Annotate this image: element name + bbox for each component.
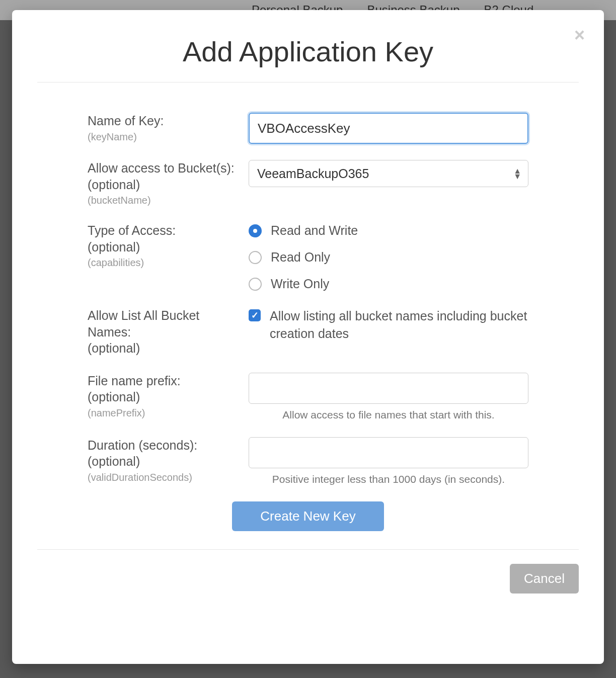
radio-icon bbox=[249, 224, 262, 237]
label-text: Duration (seconds): bbox=[88, 437, 243, 454]
checkbox-label: Allow listing all bucket names including… bbox=[270, 307, 528, 343]
add-application-key-modal: × Add Application Key Name of Key: (keyN… bbox=[12, 10, 604, 664]
label-text: Allow access to Bucket(s): bbox=[88, 160, 243, 177]
prefix-help: Allow access to file names that start wi… bbox=[249, 409, 528, 421]
label-optional: (optional) bbox=[88, 453, 243, 470]
label-hint: (namePrefix) bbox=[88, 407, 243, 419]
label-text: Allow List All Bucket Names: bbox=[88, 307, 243, 340]
row-bucket: Allow access to Bucket(s): (optional) (b… bbox=[88, 160, 528, 206]
radio-read-write[interactable]: Read and Write bbox=[249, 223, 528, 238]
close-icon[interactable]: × bbox=[574, 26, 585, 44]
row-key-name: Name of Key: (keyName) bbox=[88, 113, 528, 144]
label-text: Name of Key: bbox=[88, 113, 243, 129]
radio-label: Read Only bbox=[271, 250, 330, 265]
label-text: Type of Access: bbox=[88, 222, 243, 239]
key-name-input[interactable] bbox=[249, 113, 528, 144]
radio-label: Read and Write bbox=[271, 223, 358, 238]
label-text: File name prefix: bbox=[88, 373, 243, 389]
label-hint: (bucketName) bbox=[88, 195, 243, 206]
label-hint: (validDurationSeconds) bbox=[88, 472, 243, 483]
label-bucket: Allow access to Bucket(s): (optional) (b… bbox=[88, 160, 249, 206]
form: Name of Key: (keyName) Allow access to B… bbox=[37, 113, 579, 531]
create-new-key-button[interactable]: Create New Key bbox=[232, 501, 383, 531]
row-list-all: Allow List All Bucket Names: (optional) … bbox=[88, 307, 528, 357]
cancel-button[interactable]: Cancel bbox=[510, 564, 579, 594]
radio-icon bbox=[249, 251, 262, 264]
label-access-type: Type of Access: (optional) (capabilities… bbox=[88, 222, 249, 291]
row-access-type: Type of Access: (optional) (capabilities… bbox=[88, 222, 528, 291]
label-hint: (capabilities) bbox=[88, 257, 243, 269]
label-hint: (keyName) bbox=[88, 131, 243, 143]
row-prefix: File name prefix: (optional) (namePrefix… bbox=[88, 373, 528, 421]
duration-input[interactable] bbox=[249, 437, 528, 468]
duration-help: Positive integer less than 1000 days (in… bbox=[249, 473, 528, 485]
access-type-radio-group: Read and Write Read Only Write Only bbox=[249, 222, 528, 291]
divider bbox=[37, 82, 579, 82]
label-key-name: Name of Key: (keyName) bbox=[88, 113, 249, 144]
radio-read-only[interactable]: Read Only bbox=[249, 250, 528, 265]
bucket-select-wrap: VeeamBackupO365 ▲▼ bbox=[249, 160, 528, 187]
label-prefix: File name prefix: (optional) (namePrefix… bbox=[88, 373, 249, 421]
modal-footer: Cancel bbox=[37, 550, 579, 594]
radio-icon bbox=[249, 278, 262, 291]
row-duration: Duration (seconds): (optional) (validDur… bbox=[88, 437, 528, 485]
label-optional: (optional) bbox=[88, 389, 243, 405]
modal-title: Add Application Key bbox=[37, 35, 579, 68]
prefix-input[interactable] bbox=[249, 373, 528, 404]
label-list-all: Allow List All Bucket Names: (optional) bbox=[88, 307, 249, 357]
radio-write-only[interactable]: Write Only bbox=[249, 277, 528, 291]
label-optional: (optional) bbox=[88, 239, 243, 256]
submit-row: Create New Key bbox=[88, 501, 528, 531]
label-optional: (optional) bbox=[88, 340, 243, 357]
label-optional: (optional) bbox=[88, 177, 243, 193]
label-duration: Duration (seconds): (optional) (validDur… bbox=[88, 437, 249, 485]
list-all-checkbox-row[interactable]: Allow listing all bucket names including… bbox=[249, 307, 528, 343]
bucket-select[interactable]: VeeamBackupO365 bbox=[249, 160, 528, 187]
checkbox-icon bbox=[249, 309, 261, 321]
radio-label: Write Only bbox=[271, 277, 329, 291]
